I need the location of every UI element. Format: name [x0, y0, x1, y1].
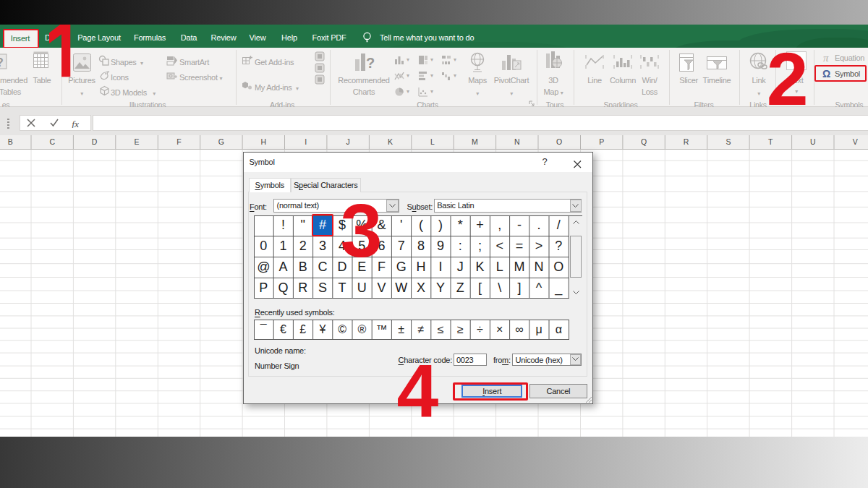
svg-text:?: ?	[0, 56, 4, 69]
svg-text:fx: fx	[72, 119, 79, 129]
svg-text:?: ?	[366, 55, 375, 71]
